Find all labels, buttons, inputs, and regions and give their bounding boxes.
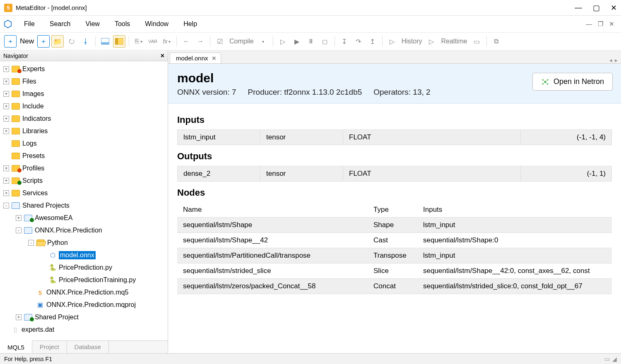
tree-item[interactable]: ▣ONNX.Price.Prediction.mqproj (0, 299, 168, 311)
tree-item[interactable]: ▯experts.dat (0, 323, 168, 336)
run-button[interactable]: ▷ (277, 35, 289, 48)
mdi-minimize-icon[interactable]: — (584, 20, 594, 28)
reload-button[interactable]: ⭮ (65, 35, 78, 48)
nodes-heading: Nodes (177, 187, 612, 198)
tree-item[interactable]: 🐍PricePredictionTraining.py (0, 274, 168, 286)
tree-item[interactable]: Presets (0, 150, 168, 162)
tree-item[interactable]: -Python (0, 237, 168, 249)
compile-button[interactable]: ☑ (214, 35, 226, 48)
tree-item[interactable]: ⬡model.onnx (0, 249, 168, 261)
menu-tools[interactable]: Tools (107, 18, 137, 30)
nodes-header-row: Name Type Inputs (177, 202, 612, 218)
nodes-row: sequential/lstm/strided_sliceSlicesequen… (177, 263, 612, 279)
new-file-button[interactable]: ＋ (37, 35, 50, 48)
step-over-button[interactable]: ↷ (352, 35, 365, 48)
nodes-header-name: Name (183, 206, 373, 214)
compile-dropdown[interactable]: ▾ (257, 35, 270, 48)
compile-label: Compile (227, 38, 256, 45)
tab-prev-icon[interactable]: ◂ (609, 57, 612, 63)
document-tab-label: model.onnx (176, 55, 208, 62)
document-body[interactable]: model ONNX version: 7 Producer: tf2onnx … (168, 64, 621, 353)
var-button[interactable]: VAR (147, 35, 159, 48)
nodes-row: sequential/lstm/zeros/packed_Concat__58C… (177, 279, 612, 294)
history-label: History (399, 38, 425, 45)
close-button[interactable]: ✕ (611, 3, 617, 12)
document-tabs: model.onnx ✕ ◂ ▸ (168, 50, 621, 64)
svg-line-10 (543, 80, 545, 82)
realtime-button[interactable]: ▷ (425, 35, 438, 48)
svg-line-13 (545, 82, 548, 84)
model-hero: model ONNX version: 7 Producer: tf2onnx … (168, 64, 621, 104)
open-button[interactable]: 📁 (51, 35, 64, 48)
mdi-close-icon[interactable]: ✕ (607, 20, 616, 28)
menubar: FileSearchViewToolsWindowHelp — ❐ ✕ (0, 16, 621, 32)
window-title: MetaEditor - [model.onnx] (16, 4, 575, 11)
tab-close-icon[interactable]: ✕ (212, 55, 217, 62)
play-button[interactable]: ▶ (291, 35, 303, 48)
nodes-row: sequential/lstm/ShapeShapelstm_input (177, 218, 612, 233)
netron-icon (541, 78, 549, 86)
nav-toggle-button[interactable] (113, 35, 125, 48)
back-button[interactable]: ← (180, 35, 193, 48)
document-tab[interactable]: model.onnx ✕ (170, 53, 221, 63)
navigator-tree[interactable]: +Experts+Files+Images+Include+Indicators… (0, 61, 168, 340)
stop-button[interactable]: ◻ (319, 35, 331, 48)
copy-all-button[interactable]: ⧉ (490, 35, 503, 48)
inputs-table: lstm_inputtensorFLOAT(-1, -1, 4) (177, 129, 612, 145)
editor-area: model.onnx ✕ ◂ ▸ model ONNX version: 7 P… (168, 50, 621, 353)
menu-file[interactable]: File (17, 18, 42, 30)
tree-item[interactable]: +Services (0, 187, 168, 199)
tree-item[interactable]: -Shared Projects (0, 199, 168, 212)
tree-item[interactable]: +Indicators (0, 113, 168, 125)
step-into-button[interactable]: ↧ (338, 35, 351, 48)
menu-window[interactable]: Window (137, 18, 176, 30)
save-all-button[interactable]: ⭳ (79, 35, 92, 48)
menu-search[interactable]: Search (42, 18, 78, 30)
open-in-netron-button[interactable]: Open in Netron (532, 73, 613, 91)
forward-button[interactable]: → (194, 35, 207, 48)
menu-help[interactable]: Help (176, 18, 205, 30)
tree-item[interactable]: +Profiles (0, 162, 168, 175)
tree-item[interactable]: -ONNX.Price.Prediction (0, 224, 168, 237)
navigator-close-button[interactable]: × (161, 52, 164, 60)
tree-item[interactable]: Logs (0, 137, 168, 150)
mdi-restore-icon[interactable]: ❐ (596, 20, 605, 28)
tree-item[interactable]: 5ONNX.Price.Prediction.mq5 (0, 286, 168, 299)
tree-item[interactable]: +AwesomeEA (0, 212, 168, 224)
nodes-row: sequential/lstm/Shape__42Castsequential/… (177, 233, 612, 248)
panel-toggle-button[interactable] (99, 35, 111, 48)
window-button[interactable]: ▭ (471, 35, 483, 48)
operators: Operators: 13, 2 (373, 88, 430, 97)
table-row: lstm_inputtensorFLOAT(-1, -1, 4) (178, 130, 612, 145)
nav-tab-project[interactable]: Project (32, 341, 67, 353)
tree-item[interactable]: +Scripts (0, 175, 168, 187)
fx-button[interactable]: fx▾ (161, 35, 173, 48)
tab-next-icon[interactable]: ▸ (615, 57, 618, 63)
status-icon-2: ◢ (612, 356, 617, 362)
tree-item[interactable]: +Include (0, 100, 168, 113)
realtime-label: Realtime (438, 38, 469, 45)
history-button[interactable]: ▷ (386, 35, 398, 48)
minimize-button[interactable]: — (575, 3, 582, 12)
navigator-tabs: MQL5ProjectDatabase (0, 340, 168, 353)
copy-button[interactable]: ⎘▾ (132, 35, 145, 48)
inputs-heading: Inputs (177, 115, 612, 125)
tree-item[interactable]: +Images (0, 88, 168, 100)
svg-rect-2 (101, 42, 109, 45)
step-out-button[interactable]: ↥ (366, 35, 379, 48)
status-icon-1: ▭ (604, 356, 610, 362)
new-button[interactable]: ＋ (4, 35, 17, 48)
maximize-button[interactable]: ▢ (593, 3, 600, 12)
menu-view[interactable]: View (78, 18, 107, 30)
netron-button-label: Open in Netron (554, 77, 604, 86)
svg-marker-0 (5, 20, 12, 28)
tree-item[interactable]: 🐍PricePrediction.py (0, 261, 168, 274)
nav-tab-mql5[interactable]: MQL5 (0, 340, 32, 353)
pause-button[interactable]: ⏸ (305, 35, 317, 48)
nodes-row: sequential/lstm/PartitionedCall/transpos… (177, 248, 612, 263)
tree-item[interactable]: +Files (0, 75, 168, 88)
tree-item[interactable]: +Shared Project (0, 311, 168, 323)
tree-item[interactable]: +Experts (0, 63, 168, 75)
nav-tab-database[interactable]: Database (67, 341, 109, 353)
tree-item[interactable]: +Libraries (0, 125, 168, 137)
